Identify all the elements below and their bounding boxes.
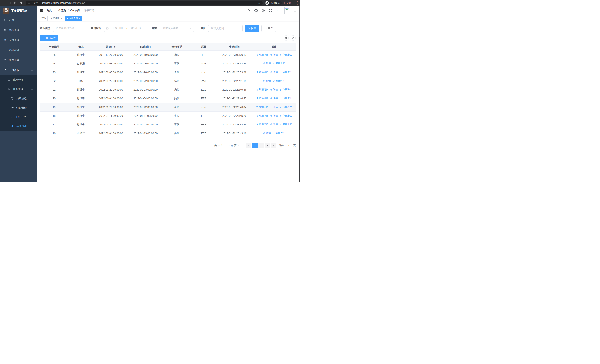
cell-actions: 取消请假详情审批进度	[252, 68, 296, 76]
browser-back-button[interactable]	[2, 0, 7, 5]
cell-type: 病假	[163, 50, 191, 59]
tag-leave-query[interactable]: 请假查询×	[65, 16, 82, 21]
action-detail-link[interactable]: 详情	[270, 123, 278, 126]
address-bar[interactable]: 不安全 dashboard.yudao.iocoder.cn/bpm/oa/le…	[26, 1, 262, 5]
action-detail-link[interactable]: 详情	[270, 114, 278, 117]
close-icon[interactable]: ×	[61, 17, 62, 19]
sidebar-item-process-management[interactable]: 流程管理	[0, 75, 37, 84]
refresh-table-button[interactable]	[291, 35, 296, 41]
chevron-left-icon	[248, 144, 250, 147]
close-icon[interactable]: ×	[79, 17, 81, 19]
browser-home-button[interactable]	[19, 0, 23, 5]
create-leave-button[interactable]: 发起请假	[40, 35, 58, 41]
toggle-search-button[interactable]	[283, 35, 289, 41]
fullscreen-icon[interactable]	[269, 9, 272, 12]
browser-update-button[interactable]: 更新 ⋮	[284, 0, 298, 5]
sidebar-item-my-process[interactable]: 我的流程	[0, 94, 37, 103]
cell-actions: 取消请假详情审批进度	[252, 111, 296, 120]
action-progress-link[interactable]: 审批进度	[280, 97, 292, 100]
top-navbar: 首页/工作流程/OA 示例/请假查询	[37, 6, 299, 15]
sidebar-item-home[interactable]: 首页	[0, 15, 37, 25]
page-size-select[interactable]: 10条/页	[225, 143, 243, 148]
action-detail-link[interactable]: 详情	[270, 88, 278, 91]
action-cancel-link[interactable]: 取消请假	[256, 105, 268, 109]
action-detail-link[interactable]: 详情	[263, 131, 271, 135]
sidebar-item-workflow[interactable]: 工作流程	[0, 65, 37, 75]
action-progress-link[interactable]: 审批进度	[280, 88, 292, 91]
action-detail-link[interactable]: 详情	[270, 97, 278, 100]
browser-menu-icon[interactable]: ⋮	[293, 2, 296, 4]
next-page-button[interactable]	[271, 143, 276, 148]
cell-start: 2022-01-22 00:00:00	[94, 76, 128, 85]
sidebar-item-todo-tasks[interactable]: 待办任务	[0, 103, 37, 112]
cell-actions: 取消请假详情审批进度	[252, 103, 296, 111]
action-cancel-link[interactable]: 取消请假	[256, 123, 268, 126]
column-header: 原因	[191, 43, 216, 50]
cell-type: 事假	[163, 120, 191, 129]
action-cancel-link[interactable]: 取消请假	[256, 71, 268, 74]
action-progress-link[interactable]: 审批进度	[280, 105, 292, 109]
chevron-down-icon	[190, 27, 192, 29]
sidebar-fold-icon[interactable]	[40, 9, 44, 12]
chevron-down-icon	[31, 39, 33, 41]
action-cancel-link[interactable]: 取消请假	[256, 97, 268, 100]
action-cancel-link[interactable]: 取消请假	[256, 53, 268, 56]
sidebar-item-task-management[interactable]: 任务管理	[0, 84, 37, 94]
help-icon[interactable]	[262, 9, 265, 12]
page-button-1[interactable]: 1	[252, 143, 258, 148]
search-button[interactable]: 搜索	[245, 25, 259, 32]
action-detail-link[interactable]: 详情	[270, 105, 278, 109]
action-progress-link[interactable]: 审批进度	[280, 114, 292, 117]
app-logo[interactable]: 芋道管理系统	[0, 6, 37, 15]
table-row: 20处理中2022-01-04 00:00:002022-01-04 00:00…	[40, 94, 296, 103]
table-row: 21处理中2022-01-22 00:00:002022-01-23 00:00…	[40, 85, 296, 94]
browser-forward-button[interactable]	[7, 0, 12, 5]
sidebar-item-leave-query[interactable]: 请假查询	[0, 121, 37, 131]
action-progress-link[interactable]: 审批进度	[272, 79, 285, 83]
action-cancel-link[interactable]: 取消请假	[256, 114, 268, 117]
security-chip[interactable]: 不安全	[28, 1, 38, 5]
goto-page-input[interactable]	[285, 143, 292, 148]
sidebar-item-infrastructure[interactable]: 基础设施	[0, 45, 37, 55]
sidebar-item-system-management[interactable]: 系统管理	[0, 25, 37, 35]
action-progress-link[interactable]: 审批进度	[272, 131, 285, 135]
page-button-3[interactable]: 3	[265, 143, 270, 148]
action-detail-link[interactable]: 详情	[263, 79, 271, 83]
user-avatar[interactable]	[284, 7, 291, 14]
tag-home[interactable]: 首页	[40, 16, 48, 21]
action-progress-link[interactable]: 审批进度	[280, 123, 292, 126]
action-detail-link[interactable]: 详情	[263, 62, 271, 65]
leave-type-select[interactable]: 请选择请假类型	[53, 25, 87, 32]
cell-id: 20	[40, 94, 68, 103]
action-progress-link[interactable]: 审批进度	[280, 71, 292, 74]
scrollbar-thumb[interactable]	[299, 6, 300, 37]
bookmark-star-icon[interactable]: ☆	[258, 2, 260, 4]
browser-reload-button[interactable]	[13, 0, 18, 5]
breadcrumb-item[interactable]: 工作流程	[56, 9, 66, 12]
action-progress-link[interactable]: 审批进度	[272, 62, 285, 65]
apply-time-range-picker[interactable]: 开始日期 - 结束日期	[104, 25, 145, 32]
sidebar-item-payment-management[interactable]: ¥支付管理	[0, 35, 37, 45]
date-start-placeholder: 开始日期	[110, 27, 125, 30]
breadcrumb-item[interactable]: 首页	[47, 9, 52, 12]
action-cancel-link[interactable]: 取消请假	[256, 88, 268, 91]
view-icon	[270, 71, 272, 73]
search-icon[interactable]	[247, 9, 251, 12]
result-select[interactable]: 请选择流结果	[160, 25, 194, 32]
prev-page-button[interactable]	[246, 143, 252, 148]
sidebar-item-done-tasks[interactable]: 已办任务	[0, 112, 37, 121]
tag-process-detail[interactable]: 流程详情×	[49, 16, 64, 21]
reason-input[interactable]	[211, 27, 240, 30]
font-size-icon[interactable]	[276, 9, 281, 12]
plus-icon	[43, 37, 45, 39]
action-detail-link[interactable]: 详情	[270, 53, 278, 56]
action-detail-link[interactable]: 详情	[270, 71, 278, 74]
reset-button[interactable]: 重置	[262, 25, 276, 32]
sidebar-item-dev-tools[interactable]: 研发工具	[0, 55, 37, 65]
action-progress-link[interactable]: 审批进度	[280, 53, 292, 56]
user-menu-caret-icon[interactable]	[294, 11, 296, 12]
page-scrollbar[interactable]	[299, 6, 300, 182]
page-button-2[interactable]: 2	[259, 143, 264, 148]
github-icon[interactable]	[254, 9, 258, 12]
breadcrumb-item[interactable]: OA 示例	[70, 9, 80, 12]
